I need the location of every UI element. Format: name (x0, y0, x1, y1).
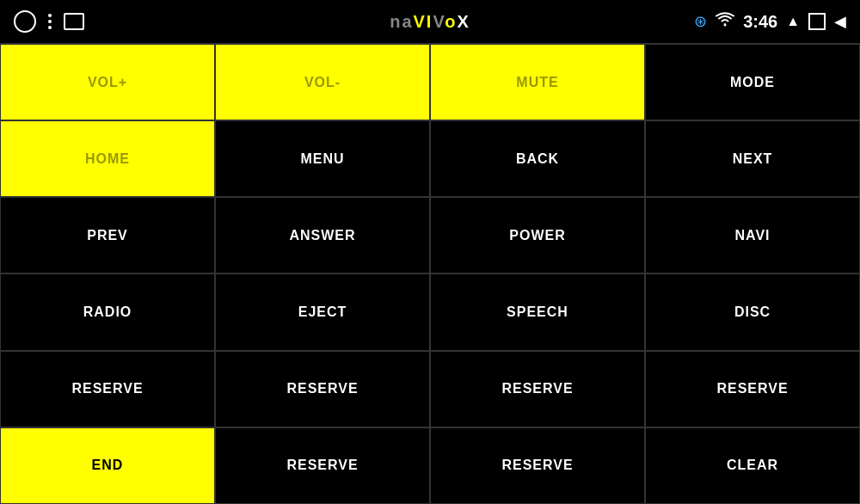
eject-icon: ▲ (786, 14, 800, 29)
reserve-button-5-1[interactable]: RESERVE (0, 351, 215, 427)
reserve-button-6-2[interactable]: RESERVE (215, 427, 430, 504)
back-button[interactable]: BACK (430, 120, 645, 197)
reserve-button-5-3[interactable]: RESERVE (430, 351, 645, 427)
menu-button[interactable]: MENU (215, 120, 430, 197)
app-logo: naVIVoX (390, 12, 470, 32)
reserve-button-6-3[interactable]: RESERVE (430, 427, 645, 504)
reserve-button-5-4[interactable]: RESERVE (645, 351, 860, 427)
status-bar: naVIVoX ⊛ 3:46 ▲ ◀ (0, 0, 860, 43)
status-left-icons (14, 10, 84, 33)
dots-icon (48, 14, 52, 29)
next-button[interactable]: NEXT (645, 120, 860, 197)
status-time: 3:46 (743, 12, 777, 32)
prev-button[interactable]: PREV (0, 197, 215, 274)
disc-button[interactable]: DISC (645, 274, 860, 350)
home-button[interactable]: HOME (0, 120, 215, 197)
mute-button[interactable]: MUTE (430, 44, 645, 120)
answer-button[interactable]: ANSWER (215, 197, 430, 274)
power-button[interactable]: POWER (430, 197, 645, 274)
status-right-icons: ⊛ 3:46 ▲ ◀ (694, 12, 846, 32)
wifi-icon (716, 12, 734, 32)
button-grid: VOL+ VOL- MUTE MODE HOME MENU BACK NEXT … (0, 43, 860, 504)
vol-minus-button[interactable]: VOL- (215, 44, 430, 120)
bluetooth-icon: ⊛ (694, 12, 707, 31)
square-icon (808, 13, 826, 30)
vol-plus-button[interactable]: VOL+ (0, 44, 215, 120)
mode-button[interactable]: MODE (645, 44, 860, 120)
clear-button[interactable]: CLEAR (645, 427, 860, 504)
circle-icon (14, 10, 36, 33)
svg-point-0 (724, 23, 727, 26)
back-arrow-icon: ◀ (834, 12, 846, 31)
navi-button[interactable]: NAVI (645, 197, 860, 274)
eject-button[interactable]: EJECT (215, 274, 430, 350)
radio-button[interactable]: RADIO (0, 274, 215, 350)
speech-button[interactable]: SPEECH (430, 274, 645, 350)
image-icon (64, 13, 84, 30)
end-button[interactable]: END (0, 427, 215, 504)
reserve-button-5-2[interactable]: RESERVE (215, 351, 430, 427)
